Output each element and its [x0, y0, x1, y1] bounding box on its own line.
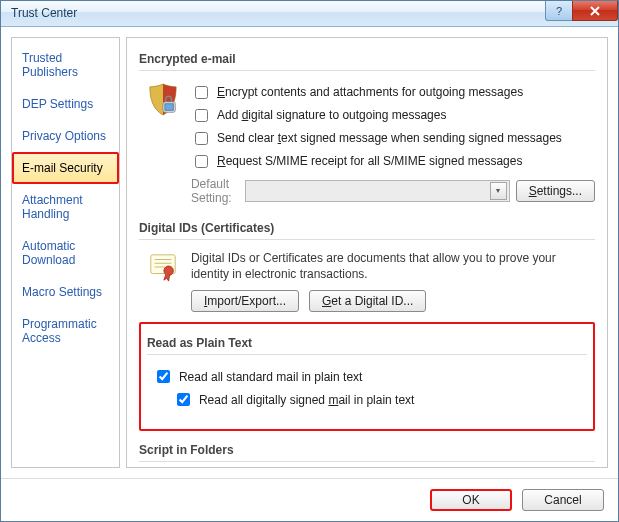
checkbox-label: Read all digitally signed mail in plain … [199, 393, 414, 407]
checkbox-input[interactable] [177, 393, 190, 406]
close-button[interactable] [572, 1, 618, 21]
default-setting-label: Default Setting: [191, 177, 239, 205]
svg-rect-1 [165, 104, 173, 111]
checkbox-input[interactable] [195, 86, 208, 99]
checkbox-label: Request S/MIME receipt for all S/MIME si… [217, 154, 522, 168]
sidebar-item-macro-settings[interactable]: Macro Settings [12, 276, 119, 308]
section-encrypted: Encrypt contents and attachments for out… [139, 79, 595, 215]
checkbox-input[interactable] [195, 109, 208, 122]
sidebar-item-programmatic-access[interactable]: Programmatic Access [12, 308, 119, 354]
default-setting-combo[interactable]: ▾ [245, 180, 510, 202]
checkbox-read-standard-plain[interactable]: Read all standard mail in plain text [153, 365, 587, 388]
cancel-button[interactable]: Cancel [522, 489, 604, 511]
checkbox-input[interactable] [157, 370, 170, 383]
chevron-down-icon[interactable]: ▾ [490, 182, 507, 200]
ok-button[interactable]: OK [430, 489, 512, 511]
checkbox-label: Send clear text signed message when send… [217, 131, 562, 145]
section-plaintext: Read all standard mail in plain text Rea… [147, 363, 587, 421]
checkbox-add-signature[interactable]: Add digital signature to outgoing messag… [191, 104, 595, 127]
sidebar-item-automatic-download[interactable]: Automatic Download [12, 230, 119, 276]
checkbox-label: Encrypt contents and attachments for out… [217, 85, 523, 99]
checkbox-input[interactable] [195, 132, 208, 145]
checkbox-label: Add digital signature to outgoing messag… [217, 108, 447, 122]
sidebar-item-email-security[interactable]: E-mail Security [12, 152, 119, 184]
sidebar-item-dep-settings[interactable]: DEP Settings [12, 88, 119, 120]
dialog-footer: OK Cancel [1, 478, 618, 521]
trust-center-window: Trust Center ? Trusted Publishers DEP Se… [0, 0, 619, 522]
checkbox-encrypt-contents[interactable]: Encrypt contents and attachments for out… [191, 81, 595, 104]
sidebar-item-privacy-options[interactable]: Privacy Options [12, 120, 119, 152]
checkbox-smime-receipt[interactable]: Request S/MIME receipt for all S/MIME si… [191, 150, 595, 173]
section-script-title: Script in Folders [139, 437, 595, 462]
settings-button[interactable]: Settings... [516, 180, 595, 202]
content-area: Trusted Publishers DEP Settings Privacy … [1, 27, 618, 478]
window-buttons: ? [545, 1, 618, 21]
section-digitalids-title: Digital IDs (Certificates) [139, 215, 595, 240]
sidebar-item-trusted-publishers[interactable]: Trusted Publishers [12, 42, 119, 88]
section-encrypted-title: Encrypted e-mail [139, 46, 595, 71]
certificate-icon [145, 250, 181, 312]
sidebar: Trusted Publishers DEP Settings Privacy … [11, 37, 120, 468]
checkbox-clear-text[interactable]: Send clear text signed message when send… [191, 127, 595, 150]
checkbox-read-signed-plain[interactable]: Read all digitally signed mail in plain … [173, 388, 587, 411]
highlight-read-plain-text: Read as Plain Text Read all standard mai… [139, 322, 595, 431]
section-plaintext-title: Read as Plain Text [147, 330, 587, 355]
svg-point-6 [164, 266, 173, 275]
section-digitalids: Digital IDs or Certificates are document… [139, 248, 595, 322]
digitalids-text: Digital IDs or Certificates are document… [191, 250, 595, 282]
checkbox-input[interactable] [195, 155, 208, 168]
checkbox-label: Read all standard mail in plain text [179, 370, 362, 384]
titlebar[interactable]: Trust Center ? [1, 1, 618, 27]
sidebar-item-attachment-handling[interactable]: Attachment Handling [12, 184, 119, 230]
window-title: Trust Center [11, 6, 77, 20]
default-setting-row: Default Setting: ▾ Settings... [191, 177, 595, 205]
import-export-button[interactable]: Import/Export... [191, 290, 299, 312]
shield-lock-icon [145, 81, 181, 205]
settings-panel: Encrypted e-mail Encrypt contents and at… [126, 37, 608, 468]
help-button[interactable]: ? [545, 1, 573, 21]
get-digital-id-button[interactable]: Get a Digital ID... [309, 290, 426, 312]
